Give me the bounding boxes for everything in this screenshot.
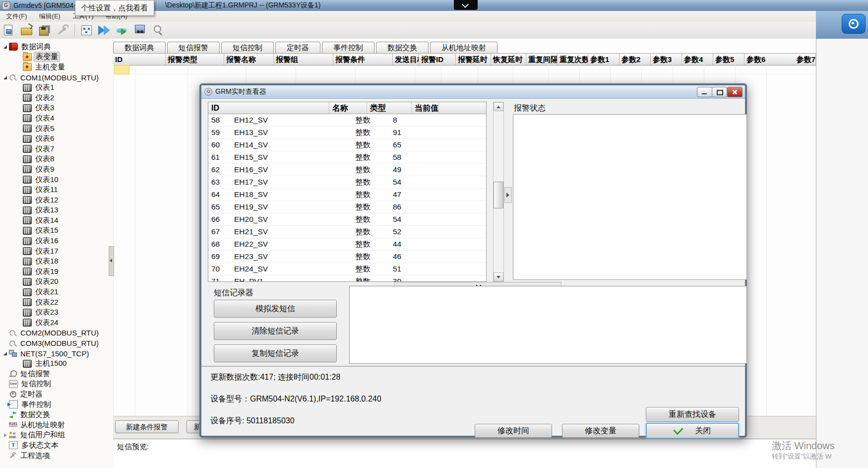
tree-expand-arrow-icon[interactable] xyxy=(16,217,23,224)
tab[interactable]: 数据交换 xyxy=(376,42,429,53)
tree-expand-arrow-icon[interactable] xyxy=(16,197,23,203)
tree-node-label[interactable]: 从机地址映射 xyxy=(19,420,66,430)
tab[interactable]: 数据词典 xyxy=(113,42,166,53)
minimize-button[interactable] xyxy=(697,87,712,97)
tree-expand-arrow-icon[interactable] xyxy=(16,115,23,122)
tree-item[interactable]: 数据词典 xyxy=(0,42,113,52)
scrollbar-thumb[interactable] xyxy=(494,182,503,208)
toolbar-icon[interactable] xyxy=(19,23,34,37)
tree-item[interactable]: 仪表15 xyxy=(0,226,113,236)
tree-expand-arrow-icon[interactable] xyxy=(16,105,23,112)
alarm-header-cell[interactable]: 报警延时 xyxy=(456,54,491,65)
tree-expand-arrow-icon[interactable] xyxy=(2,411,9,418)
tree-item[interactable]: 仪表14 xyxy=(0,215,113,226)
tree-expand-arrow-icon[interactable] xyxy=(2,452,9,459)
variable-header-cell[interactable]: 当前值 xyxy=(412,102,439,114)
tree-node-label[interactable]: 仪表3 xyxy=(34,103,56,113)
tree-item[interactable]: 仪表9 xyxy=(0,164,113,175)
tree-node-label[interactable]: 事件控制 xyxy=(20,400,53,409)
tree-item[interactable]: 从机地址映射 xyxy=(0,420,113,430)
tree-expand-arrow-icon[interactable] xyxy=(16,299,23,306)
tree-node-label[interactable]: 多状态文本 xyxy=(20,441,60,450)
tree-node-label[interactable]: 仪表22 xyxy=(34,298,60,307)
menu-item[interactable]: 文件(F) xyxy=(0,12,33,21)
tree-node-label[interactable]: 仪表10 xyxy=(34,175,60,185)
tree-node-label[interactable]: 仪表16 xyxy=(34,236,60,246)
tree-node-label[interactable]: 仪表24 xyxy=(34,318,60,328)
tree-item[interactable]: 仪表8 xyxy=(0,154,113,165)
tree-node-label[interactable]: 仪表9 xyxy=(34,165,56,174)
tree-item[interactable]: COM3(MODBUS_RTU) xyxy=(0,338,113,348)
variable-row[interactable]: 62 EH16_SV 整数 49 xyxy=(208,164,486,176)
tree-item[interactable]: 仪表18 xyxy=(0,256,113,267)
tree-node-label[interactable]: 数据词典 xyxy=(20,42,53,52)
alarm-header-cell[interactable]: 参数7 xyxy=(795,54,816,65)
vertical-scrollbar[interactable] xyxy=(493,102,504,282)
tree-item[interactable]: 短信用户和组 xyxy=(0,430,113,441)
tree-node-label[interactable]: COM3(MODBUS_RTU) xyxy=(19,339,100,347)
alarm-header-cell[interactable]: 报警ID xyxy=(419,54,456,65)
tree-node-label[interactable]: 仪表4 xyxy=(34,114,56,123)
toolbar-icon[interactable] xyxy=(1,23,16,37)
tree-node-label[interactable]: 仪表13 xyxy=(34,205,60,215)
tree-node-label[interactable]: 主机变量 xyxy=(34,63,66,72)
clear-sms-record-button[interactable]: 清除短信记录 xyxy=(214,322,337,340)
tree-expand-arrow-icon[interactable] xyxy=(2,330,9,336)
tree-item[interactable]: NET(S7_1500_TCP) xyxy=(0,348,113,359)
alarm-header-cell[interactable]: 参数1 xyxy=(588,54,620,65)
tree-node-label[interactable]: 仪表21 xyxy=(34,287,60,297)
toolbar-icon[interactable] xyxy=(37,23,52,37)
tree-expand-arrow-icon[interactable] xyxy=(16,94,23,101)
tree-item[interactable]: 仪表13 xyxy=(0,205,113,216)
tree-item[interactable]: 仪表10 xyxy=(0,175,113,185)
alarm-header-cell[interactable]: 报警组 xyxy=(274,54,333,65)
variable-row[interactable]: 58 EH12_SV 整数 8 xyxy=(208,114,486,127)
variable-row[interactable]: 68 EH22_SV 整数 44 xyxy=(208,238,486,251)
tab[interactable]: 短信控制 xyxy=(221,42,274,53)
tree-expand-arrow-icon[interactable] xyxy=(2,74,9,81)
tree-item[interactable]: 仪表5 xyxy=(0,124,113,134)
alarm-header-cell[interactable]: 参数3 xyxy=(651,54,682,65)
tree-expand-arrow-icon[interactable] xyxy=(16,64,23,70)
tree-node-label[interactable]: 仪表7 xyxy=(34,144,56,154)
tree-node-label[interactable]: 仪表11 xyxy=(34,185,60,195)
tree-item[interactable]: 表变量 xyxy=(0,52,113,63)
tree-expand-arrow-icon[interactable] xyxy=(16,135,23,142)
tree-item[interactable]: 多状态文本 xyxy=(0,440,113,451)
tree-item[interactable]: 仪表17 xyxy=(0,246,113,257)
tab[interactable]: 短信报警 xyxy=(167,42,220,53)
tree-expand-arrow-icon[interactable] xyxy=(16,145,23,152)
maximize-button[interactable] xyxy=(712,87,727,97)
tree-expand-arrow-icon[interactable] xyxy=(16,125,23,132)
tree-node-label[interactable]: 短信报警 xyxy=(19,369,52,379)
tree-expand-arrow-icon[interactable] xyxy=(16,238,23,245)
tree-expand-arrow-icon[interactable] xyxy=(2,350,9,357)
tree-node-label[interactable]: 仪表18 xyxy=(34,257,60,266)
alarm-header-cell[interactable]: ID xyxy=(113,54,166,65)
tree-item[interactable]: 仪表1 xyxy=(0,82,113,93)
tree-item[interactable]: 仪表23 xyxy=(0,307,113,318)
tree-expand-arrow-icon[interactable] xyxy=(16,278,23,285)
variable-row[interactable]: 59 EH13_SV 整数 91 xyxy=(208,127,486,139)
alarm-header-cell[interactable]: 参数2 xyxy=(620,54,651,65)
tree-node-label[interactable]: 仪表12 xyxy=(34,196,60,205)
tree-item[interactable]: 仪表4 xyxy=(0,113,113,124)
toolbar-icon[interactable] xyxy=(97,23,112,37)
alarm-header-cell[interactable]: 参数5 xyxy=(713,54,744,65)
tree-expand-arrow-icon[interactable] xyxy=(16,227,23,234)
refind-device-button[interactable]: 重新查找设备 xyxy=(646,407,739,422)
modify-time-button[interactable]: 修改时间 xyxy=(475,424,552,438)
tree-item[interactable]: 短信报警 xyxy=(0,369,113,379)
tree-node-label[interactable]: 表变量 xyxy=(34,52,60,62)
variable-row[interactable]: 63 EH17_SV 整数 54 xyxy=(208,176,486,189)
new-condition-alarm-button[interactable]: 新建条件报警 xyxy=(115,420,179,433)
variable-header-cell[interactable]: 类型 xyxy=(367,102,412,114)
tree-item[interactable]: 仪表12 xyxy=(0,195,113,205)
tree-node-label[interactable]: COM2(MODBUS_RTU) xyxy=(19,329,100,337)
toolbar-icon[interactable] xyxy=(55,23,70,37)
tree-item[interactable]: 事件控制 xyxy=(0,400,113,410)
variable-row[interactable]: 61 EH15_SV 整数 58 xyxy=(208,151,486,164)
tree-expand-arrow-icon[interactable] xyxy=(2,421,9,428)
tree-expand-arrow-icon[interactable] xyxy=(16,84,23,91)
tree-item[interactable]: 主机1500 xyxy=(0,358,113,369)
